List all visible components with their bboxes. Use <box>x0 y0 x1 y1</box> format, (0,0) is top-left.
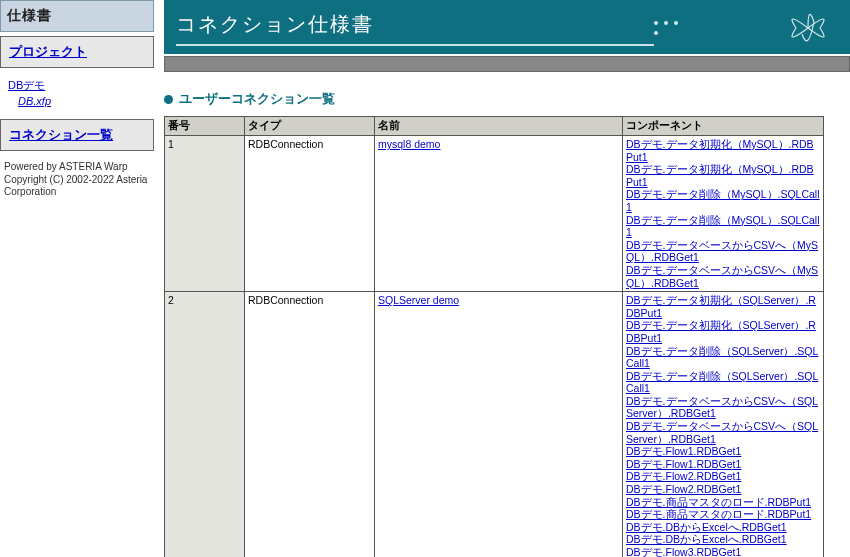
component-link[interactable]: DBデモ.データ削除（MySQL）.SQLCall1 <box>626 214 820 239</box>
col-no: 番号 <box>165 117 245 136</box>
page-title: コネクション仕様書 <box>176 11 654 38</box>
component-link[interactable]: DBデモ.DBからExcelへ.RDBGet1 <box>626 533 820 546</box>
component-link[interactable]: DBデモ.商品マスタのロード.RDBPut1 <box>626 508 820 521</box>
dots-icon <box>654 21 678 35</box>
component-link[interactable]: DBデモ.データベースからCSVへ（SQLServer）.RDBGet1 <box>626 420 820 445</box>
sidebar-connlist-link[interactable]: コネクション一覧 <box>9 127 113 142</box>
col-comp: コンポーネント <box>623 117 824 136</box>
component-link[interactable]: DBデモ.Flow2.RDBGet1 <box>626 470 820 483</box>
section-heading: ユーザーコネクション一覧 <box>164 90 850 108</box>
connection-link[interactable]: mysql8 demo <box>378 138 619 151</box>
connection-link[interactable]: SQLServer demo <box>378 294 619 307</box>
sidebar-title: 仕様書 <box>0 0 154 32</box>
component-link[interactable]: DBデモ.Flow1.RDBGet1 <box>626 445 820 458</box>
component-link[interactable]: DBデモ.データベースからCSVへ（MySQL）.RDBGet1 <box>626 239 820 264</box>
sidebar-footer-line1: Powered by ASTERIA Warp <box>4 161 150 174</box>
sidebar-project-link[interactable]: プロジェクト <box>9 44 87 59</box>
component-link[interactable]: DBデモ.データ削除（MySQL）.SQLCall1 <box>626 188 820 213</box>
connection-table: 番号 タイプ 名前 コンポーネント 1RDBConnectionmysql8 d… <box>164 116 824 557</box>
component-link[interactable]: DBデモ.データベースからCSVへ（SQLServer）.RDBGet1 <box>626 395 820 420</box>
sidebar: 仕様書 プロジェクト DBデモ DB.xfp コネクション一覧 Powered … <box>0 0 154 205</box>
component-link[interactable]: DBデモ.データ削除（SQLServer）.SQLCall1 <box>626 370 820 395</box>
component-link[interactable]: DBデモ.データ削除（SQLServer）.SQLCall1 <box>626 345 820 370</box>
cell-type: RDBConnection <box>245 292 375 557</box>
component-link[interactable]: DBデモ.データ初期化（MySQL）.RDBPut1 <box>626 163 820 188</box>
sidebar-footer: Powered by ASTERIA Warp Copyright (C) 20… <box>0 155 154 205</box>
cell-no: 1 <box>165 136 245 292</box>
col-type: タイプ <box>245 117 375 136</box>
component-link[interactable]: DBデモ.Flow2.RDBGet1 <box>626 483 820 496</box>
sidebar-project[interactable]: プロジェクト <box>0 36 154 68</box>
col-name: 名前 <box>375 117 623 136</box>
cell-components: DBデモ.データ初期化（MySQL）.RDBPut1DBデモ.データ初期化（My… <box>623 136 824 292</box>
cell-name: mysql8 demo <box>375 136 623 292</box>
component-link[interactable]: DBデモ.DBからExcelへ.RDBGet1 <box>626 521 820 534</box>
component-link[interactable]: DBデモ.データベースからCSVへ（MySQL）.RDBGet1 <box>626 264 820 289</box>
sidebar-footer-line2: Copyright (C) 2002-2022 Asteria Corporat… <box>4 174 150 199</box>
cell-name: SQLServer demo <box>375 292 623 557</box>
component-link[interactable]: DBデモ.データ初期化（SQLServer）.RDBPut1 <box>626 294 820 319</box>
component-link[interactable]: DBデモ.商品マスタのロード.RDBPut1 <box>626 496 820 509</box>
page-banner: コネクション仕様書 <box>164 0 850 54</box>
sub-bar <box>164 56 850 72</box>
table-row: 1RDBConnectionmysql8 demoDBデモ.データ初期化（MyS… <box>165 136 824 292</box>
main: コネクション仕様書 ユーザーコネクション一覧 <box>154 0 850 557</box>
sidebar-connlist[interactable]: コネクション一覧 <box>0 119 154 151</box>
cell-type: RDBConnection <box>245 136 375 292</box>
component-link[interactable]: DBデモ.Flow1.RDBGet1 <box>626 458 820 471</box>
sidebar-dbdemo-link[interactable]: DBデモ <box>8 78 146 93</box>
component-link[interactable]: DBデモ.データ初期化（MySQL）.RDBPut1 <box>626 138 820 163</box>
table-row: 2RDBConnectionSQLServer demoDBデモ.データ初期化（… <box>165 292 824 557</box>
component-link[interactable]: DBデモ.データ初期化（SQLServer）.RDBPut1 <box>626 319 820 344</box>
sidebar-sub: DBデモ DB.xfp <box>0 72 154 115</box>
sidebar-xfp-link[interactable]: DB.xfp <box>8 95 146 107</box>
logo-icon <box>778 10 838 46</box>
cell-components: DBデモ.データ初期化（SQLServer）.RDBPut1DBデモ.データ初期… <box>623 292 824 557</box>
section-heading-text: ユーザーコネクション一覧 <box>179 90 335 108</box>
bullet-icon <box>164 95 173 104</box>
component-link[interactable]: DBデモ.Flow3.RDBGet1 <box>626 546 820 557</box>
cell-no: 2 <box>165 292 245 557</box>
